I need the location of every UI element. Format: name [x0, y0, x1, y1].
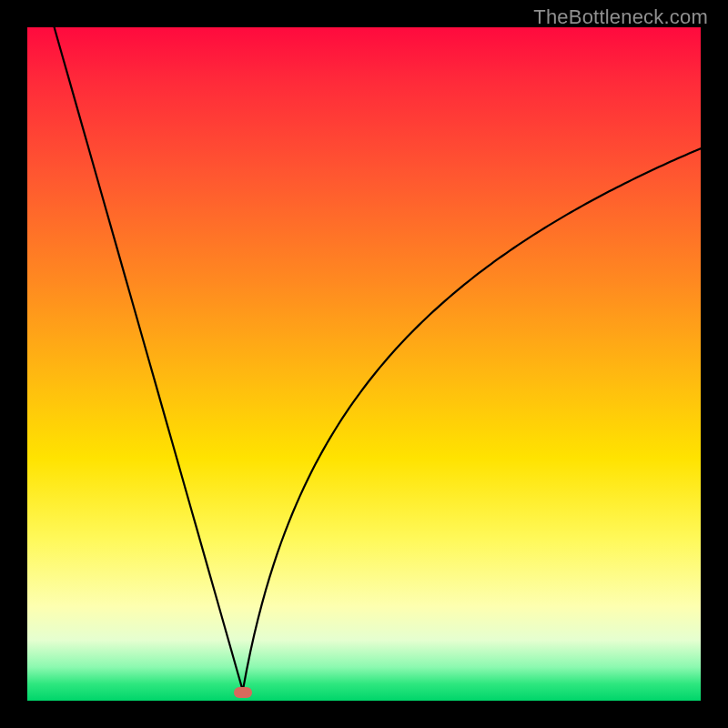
chart-frame: TheBottleneck.com — [0, 0, 728, 728]
watermark-text: TheBottleneck.com — [533, 5, 708, 29]
plot-area — [27, 27, 701, 701]
optimum-marker — [234, 687, 252, 698]
bottleneck-curve — [27, 27, 701, 701]
